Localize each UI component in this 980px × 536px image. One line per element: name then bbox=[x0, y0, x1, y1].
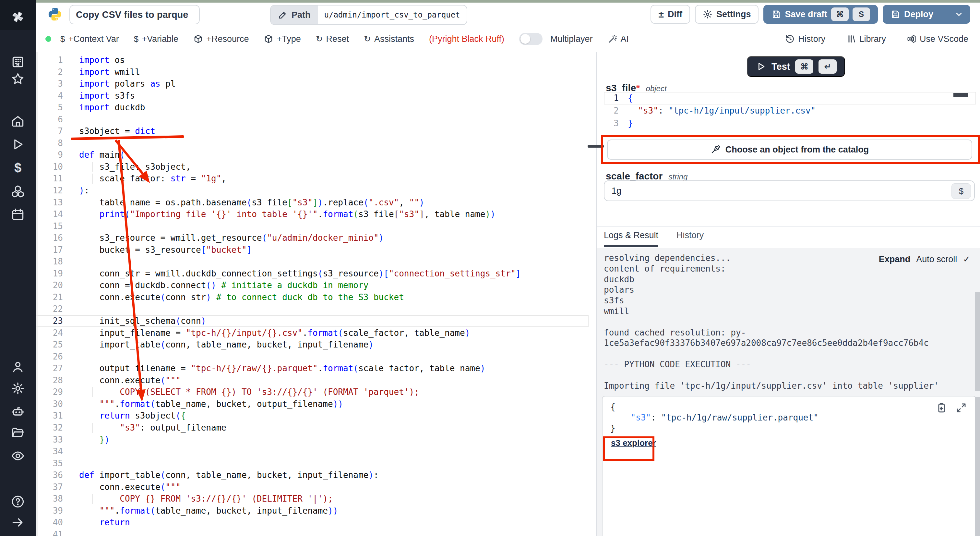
insert-variable-button[interactable]: $ bbox=[951, 183, 971, 199]
users-icon[interactable] bbox=[11, 360, 25, 374]
add-variable-button[interactable]: $+Variable bbox=[134, 34, 178, 44]
code-line[interactable]: 40 return bbox=[36, 517, 596, 528]
add-type-button[interactable]: +Type bbox=[264, 34, 301, 44]
audit-logs-eye-icon[interactable] bbox=[11, 449, 25, 463]
code-line[interactable]: 3import polars as pl bbox=[36, 78, 596, 90]
workers-robot-icon[interactable] bbox=[11, 404, 25, 418]
code-line[interactable]: 7s3object = dict bbox=[36, 125, 596, 137]
runs-icon[interactable] bbox=[11, 137, 25, 152]
expand-result-icon[interactable] bbox=[956, 402, 967, 413]
multiplayer-toggle[interactable] bbox=[519, 33, 542, 45]
code-line[interactable]: 24 input_filename = "tpc-h/{}/input/{}.c… bbox=[36, 327, 596, 339]
json-editor-scroll-thumb[interactable] bbox=[953, 93, 968, 97]
test-button[interactable]: Test ⌘ ↵ bbox=[747, 56, 845, 77]
code-line[interactable]: 22 bbox=[36, 303, 596, 315]
tab-history[interactable]: History bbox=[676, 230, 704, 247]
settings-button[interactable]: Settings bbox=[695, 5, 759, 24]
code-line[interactable]: 1import os bbox=[36, 54, 596, 66]
add-resource-button[interactable]: +Resource bbox=[193, 34, 249, 44]
code-line[interactable]: 34 bbox=[36, 445, 596, 458]
code-line[interactable]: 4import s3fs bbox=[36, 90, 596, 102]
script-name-input[interactable]: Copy CSV files to parque bbox=[69, 5, 200, 24]
assistants-button[interactable]: ↻Assistants bbox=[364, 34, 414, 44]
code-line[interactable]: 17 bucket = s3_resource["bucket"] bbox=[36, 244, 596, 256]
code-line[interactable]: 28 conn.execute(""" bbox=[36, 375, 596, 386]
editor-toolbar: $+Context Var $+Variable +Resource +Type… bbox=[36, 26, 980, 53]
expand-logs-button[interactable]: Expand bbox=[879, 254, 911, 265]
code-line[interactable]: 6 bbox=[36, 113, 596, 126]
help-icon[interactable] bbox=[11, 495, 25, 509]
multiplayer-toggle-group[interactable]: Multiplayer bbox=[519, 33, 593, 45]
expand-sidebar-arrow-icon[interactable] bbox=[11, 515, 25, 530]
code-line[interactable]: 37 conn.execute(""" bbox=[36, 481, 596, 493]
variables-icon[interactable]: $ bbox=[11, 161, 25, 175]
json-editor-line[interactable]: 3} bbox=[604, 117, 976, 130]
panel-scrollbar-thumb[interactable] bbox=[975, 292, 980, 391]
result-key: "s3" bbox=[631, 413, 651, 423]
code-line[interactable]: 26 bbox=[36, 351, 596, 363]
code-line[interactable]: 35 bbox=[36, 458, 596, 469]
choose-object-button[interactable]: Choose an object from the catalog bbox=[607, 139, 972, 160]
code-line[interactable]: 41 bbox=[36, 528, 596, 536]
code-line[interactable]: 25 import_table(conn, table_name, bucket… bbox=[36, 339, 596, 351]
code-line[interactable]: 15 bbox=[36, 220, 596, 232]
code-line[interactable]: 33 }) bbox=[36, 434, 596, 446]
code-line[interactable]: 31 return s3object({ bbox=[36, 410, 596, 422]
resources-icon[interactable] bbox=[11, 184, 25, 199]
reset-button[interactable]: ↻Reset bbox=[316, 34, 349, 44]
settings-gear-icon[interactable] bbox=[11, 381, 25, 396]
history-button[interactable]: History bbox=[785, 34, 825, 44]
path-value[interactable]: u/admin/import_csv_to_parquet bbox=[318, 5, 467, 24]
deploy-button[interactable]: Deploy bbox=[883, 5, 970, 24]
home-icon[interactable] bbox=[11, 114, 25, 129]
json-editor-line[interactable]: 2 "s3": "tpc-h/1g/input/supplier.csv" bbox=[604, 104, 976, 117]
code-line[interactable]: 5import duckdb bbox=[36, 102, 596, 113]
favorites-star-icon[interactable] bbox=[11, 72, 25, 86]
code-line[interactable]: 13 table_name = os.path.basename(s3_file… bbox=[36, 196, 596, 209]
use-vscode-button[interactable]: Use VScode bbox=[907, 34, 968, 44]
code-line[interactable]: 12): bbox=[36, 185, 596, 196]
code-line[interactable]: 14 print("Importing file '{}' into table… bbox=[36, 208, 596, 220]
code-line[interactable]: 20 conn = duckdb.connect() # initiate a … bbox=[36, 279, 596, 291]
code-line[interactable]: 10 s3_file: s3object, bbox=[36, 161, 596, 173]
code-line[interactable]: 30 """.format(table_name, bucket, output… bbox=[36, 398, 596, 410]
workspace-icon[interactable] bbox=[11, 55, 25, 69]
panel-scrollbar-thumb-lower[interactable] bbox=[975, 397, 980, 536]
copy-result-icon[interactable] bbox=[935, 402, 947, 413]
scale-factor-input[interactable]: 1g $ bbox=[604, 180, 975, 201]
folders-icon[interactable] bbox=[11, 426, 25, 440]
path-chip[interactable]: Path u/admin/import_csv_to_parquet bbox=[270, 5, 467, 25]
tab-logs-result[interactable]: Logs & Result bbox=[604, 230, 658, 247]
s3-explorer-link[interactable]: s3 explorer bbox=[611, 438, 656, 448]
code-line[interactable]: 23 init_sql_schema(conn) bbox=[36, 315, 589, 327]
diff-button[interactable]: ± Diff bbox=[651, 5, 690, 24]
autoscroll-label[interactable]: Auto scroll bbox=[916, 254, 957, 265]
code-line[interactable]: 8 bbox=[36, 137, 596, 149]
code-line[interactable]: 18 bbox=[36, 256, 596, 268]
add-context-var-button[interactable]: $+Context Var bbox=[60, 34, 119, 44]
code-line[interactable]: 19 conn_str = wmill.duckdb_connection_se… bbox=[36, 268, 596, 280]
code-line[interactable]: 27 output_filename = "tpc-h/{}/raw/{}.pa… bbox=[36, 362, 596, 375]
code-line[interactable]: 29 COPY (SELECT * FROM {}) TO 's3://{}/{… bbox=[36, 386, 596, 398]
s3-file-json-editor[interactable]: 1{2 "s3": "tpc-h/1g/input/supplier.csv"3… bbox=[604, 92, 976, 130]
code-line[interactable]: 39 """.format(table_name, bucket, input_… bbox=[36, 505, 596, 517]
library-button[interactable]: Library bbox=[846, 34, 886, 44]
linter-status[interactable]: (Pyright Black Ruff) bbox=[429, 34, 504, 44]
schedules-icon[interactable] bbox=[11, 207, 25, 222]
code-editor[interactable]: 1import os2import wmill3import polars as… bbox=[36, 52, 596, 536]
package-icon bbox=[193, 34, 203, 44]
chevron-down-icon[interactable] bbox=[948, 10, 970, 19]
code-line[interactable]: 36def import_table(conn, table_name, buc… bbox=[36, 469, 596, 481]
ai-button[interactable]: AI bbox=[608, 34, 629, 44]
code-line[interactable]: 32 "s3": output_filename bbox=[36, 422, 596, 434]
code-line[interactable]: 16 s3_resource = wmill.get_resource("u/a… bbox=[36, 232, 596, 244]
code-line[interactable]: 2import wmill bbox=[36, 66, 596, 78]
json-editor-line[interactable]: 1{ bbox=[604, 92, 976, 104]
code-line[interactable]: 38 COPY {} FROM 's3://{}/{}' (DELIMITER … bbox=[36, 493, 596, 505]
code-line[interactable]: 9def main( bbox=[36, 149, 596, 161]
panel-resize-handle[interactable] bbox=[588, 145, 604, 148]
save-draft-button[interactable]: Save draft ⌘ S bbox=[764, 5, 878, 24]
code-line[interactable]: 21 conn.execute(conn_str) # to connect d… bbox=[36, 291, 596, 303]
windmill-logo-icon[interactable] bbox=[11, 10, 25, 24]
code-line[interactable]: 11 scale_factor: str = "1g", bbox=[36, 172, 596, 185]
